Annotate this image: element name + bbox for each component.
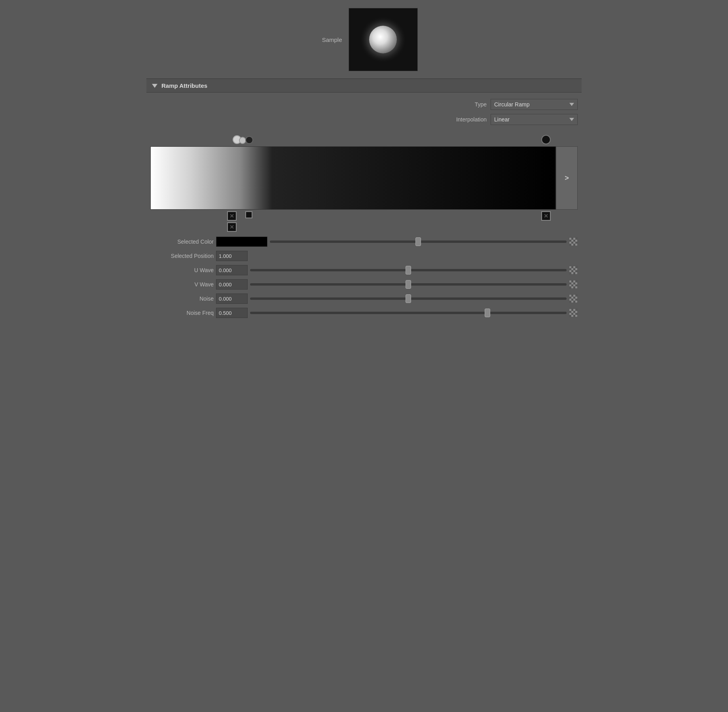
ramp-gradient[interactable]	[150, 146, 556, 210]
noise-freq-track[interactable]	[250, 312, 567, 314]
type-row: Type Circular Ramp	[146, 99, 582, 110]
interpolation-value: Linear	[494, 116, 510, 123]
u-wave-row: U Wave	[150, 265, 578, 275]
ramp-container: > ✕ ✕ ✕	[150, 132, 578, 229]
noise-freq-label: Noise Freq	[150, 310, 214, 316]
slider-section: Selected Color Selected Position U Wave	[146, 237, 582, 318]
noise-input[interactable]	[216, 294, 248, 304]
interpolation-dropdown-arrow-icon	[569, 118, 574, 121]
noise-freq-row: Noise Freq	[150, 308, 578, 318]
u-wave-input[interactable]	[216, 265, 248, 275]
noise-freq-checker-icon[interactable]	[569, 309, 578, 317]
color-stop-x-icon: ✕	[229, 213, 234, 219]
noise-thumb[interactable]	[406, 294, 411, 303]
selected-color-label: Selected Color	[150, 239, 214, 245]
u-wave-slider	[250, 266, 567, 274]
v-wave-label: V Wave	[150, 281, 214, 288]
ramp-bottom-markers: ✕ ✕ ✕	[150, 210, 578, 229]
sample-preview	[349, 8, 418, 71]
sample-orb	[369, 26, 397, 53]
selected-color-thumb[interactable]	[415, 237, 421, 246]
noise-row: Noise	[150, 294, 578, 304]
selected-color-swatch[interactable]	[216, 237, 267, 247]
selected-position-row: Selected Position	[150, 251, 578, 261]
v-wave-thumb[interactable]	[406, 280, 411, 289]
u-wave-thumb[interactable]	[406, 266, 411, 275]
selected-position-label: Selected Position	[150, 253, 214, 259]
color-stop-right-x-icon: ✕	[544, 213, 548, 219]
ramp-sidebar-button[interactable]: >	[556, 146, 578, 210]
noise-track[interactable]	[250, 297, 567, 300]
ramp-marker-black2[interactable]	[541, 135, 551, 144]
selected-color-track[interactable]	[270, 240, 567, 243]
selected-color-slider-track	[270, 238, 567, 246]
noise-freq-slider	[250, 309, 567, 317]
color-stop-x-icon2: ✕	[229, 224, 234, 230]
noise-checker-icon[interactable]	[569, 294, 578, 303]
selected-color-row: Selected Color	[150, 237, 578, 247]
selected-position-input[interactable]	[216, 251, 248, 261]
u-wave-label: U Wave	[150, 267, 214, 273]
color-stop-left2[interactable]: ✕	[227, 222, 237, 232]
ramp-top-markers	[150, 132, 578, 146]
type-value: Circular Ramp	[494, 101, 529, 108]
collapse-arrow-icon	[152, 84, 157, 88]
v-wave-track[interactable]	[250, 283, 567, 286]
v-wave-slider	[250, 280, 567, 288]
noise-freq-thumb[interactable]	[485, 309, 490, 317]
v-wave-input[interactable]	[216, 279, 248, 290]
color-stop-mid[interactable]	[245, 211, 252, 218]
color-stop-right[interactable]: ✕	[541, 211, 551, 221]
ramp-marker-black1[interactable]	[245, 136, 253, 144]
selected-color-checker-icon[interactable]	[569, 237, 578, 246]
ramp-attributes-header[interactable]: Ramp Attributes	[146, 78, 582, 93]
noise-slider	[250, 295, 567, 303]
u-wave-checker-icon[interactable]	[569, 266, 578, 275]
type-dropdown-arrow-icon	[569, 103, 574, 106]
type-label: Type	[435, 101, 487, 108]
ramp-marker-white2[interactable]	[239, 137, 246, 144]
noise-freq-input[interactable]	[216, 308, 248, 318]
interpolation-row: Interpolation Linear	[146, 114, 582, 125]
ramp-gradient-wrapper: >	[150, 146, 578, 210]
color-stop-left1[interactable]: ✕	[227, 211, 237, 221]
type-dropdown[interactable]: Circular Ramp	[491, 99, 578, 110]
sample-label: Sample	[311, 36, 342, 43]
section-title: Ramp Attributes	[161, 82, 207, 89]
u-wave-track[interactable]	[250, 269, 567, 271]
interpolation-label: Interpolation	[435, 116, 487, 123]
interpolation-dropdown[interactable]: Linear	[491, 114, 578, 125]
v-wave-checker-icon[interactable]	[569, 280, 578, 289]
v-wave-row: V Wave	[150, 279, 578, 290]
noise-label: Noise	[150, 295, 214, 302]
